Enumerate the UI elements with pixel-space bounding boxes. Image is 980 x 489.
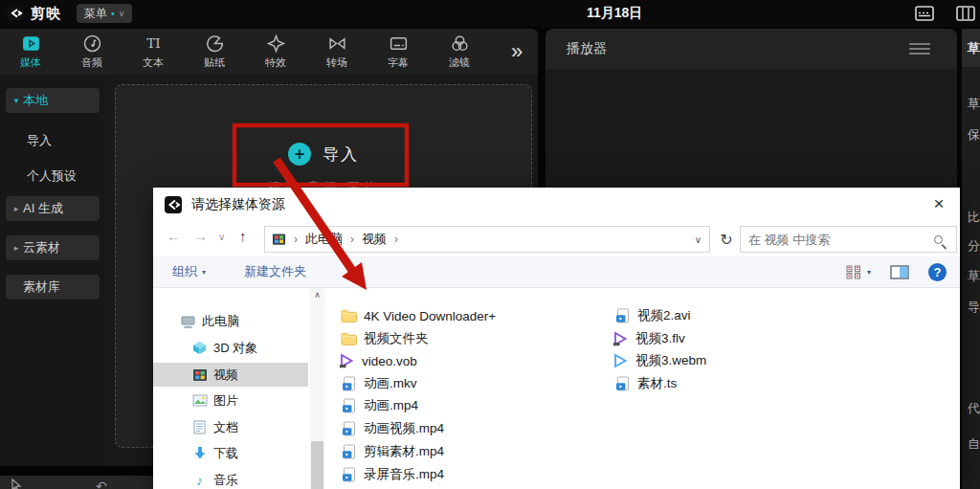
file-name: video.vob (362, 354, 417, 368)
new-folder-button[interactable]: 新建文件夹 (244, 263, 306, 280)
video-play-file-icon (339, 353, 355, 368)
scrollbar-thumb[interactable] (311, 441, 323, 489)
file-item[interactable]: 动画视频.mp4 (341, 418, 444, 439)
refresh-icon[interactable]: ↻ (714, 226, 739, 253)
address-dropdown-icon[interactable]: ∨ (695, 234, 702, 245)
tab-audio[interactable]: 音频 (61, 29, 122, 75)
computer-icon (180, 314, 196, 329)
shortcut-keyboard-icon[interactable] (915, 6, 934, 21)
forward-icon[interactable]: → (193, 228, 208, 244)
media-file-icon (614, 376, 631, 391)
audio-icon (82, 33, 102, 54)
file-item[interactable]: 视频文件夹 (341, 328, 429, 349)
tab-captions[interactable]: 字幕 (368, 29, 429, 75)
text-icon: TI (144, 33, 164, 54)
organize-button[interactable]: 组织 ▾ (172, 263, 206, 280)
breadcrumb-videos[interactable]: 视频 (362, 231, 387, 248)
up-icon[interactable]: ↑ (239, 228, 247, 244)
caret-down-icon: ▾ (867, 268, 871, 277)
select-cursor-icon[interactable] (10, 478, 23, 489)
undo-icon[interactable]: ↶ (96, 478, 107, 489)
sticker-icon (205, 33, 225, 54)
library-sidebar: ▾ 本地 导入 个人预设 ▸ AI 生成 ▸ 云素材 素材库 (0, 75, 105, 466)
file-item[interactable]: 视频3.webm (612, 350, 706, 371)
media-file-icon (341, 421, 357, 436)
tab-effects[interactable]: 特效 (245, 29, 306, 75)
file-item[interactable]: 录屏音乐.mp4 (341, 464, 444, 485)
more-tabs-button[interactable]: » (498, 39, 536, 64)
dialog-titlebar[interactable]: 请选择媒体资源 × (153, 188, 960, 222)
file-name: 视频3.webm (635, 352, 706, 369)
preview-pane-icon[interactable] (890, 265, 909, 279)
help-icon[interactable]: ? (928, 263, 947, 281)
tree-item-label: 文档 (213, 419, 238, 436)
file-item[interactable]: 动画.mkv (341, 373, 417, 394)
dialog-command-bar: 组织 ▾ 新建文件夹 ▾ (153, 256, 960, 288)
file-name: 视频3.flv (635, 330, 685, 347)
crumb-separator-icon: › (350, 233, 354, 246)
close-icon[interactable]: × (918, 188, 960, 220)
music-note-icon: ♪ (191, 473, 208, 488)
tree-item-videos[interactable]: 视频 (153, 363, 308, 387)
file-item[interactable]: 动画.mp4 (341, 395, 418, 416)
tab-transitions[interactable]: 转场 (306, 29, 368, 75)
tab-label: 文本 (143, 56, 164, 70)
tree-item-documents[interactable]: 文档 (153, 415, 308, 439)
tree-item-this-pc[interactable]: 此电脑 (153, 309, 308, 333)
search-box[interactable] (740, 226, 957, 253)
sidebar-item-label: 个人预设 (27, 167, 77, 185)
back-icon[interactable]: ← (167, 228, 181, 244)
search-icon (934, 235, 943, 244)
sidebar-item-cloud-assets[interactable]: ▸ 云素材 (6, 235, 100, 260)
brand: 剪映 (8, 5, 61, 23)
scroll-up-icon[interactable]: ∧ (310, 290, 324, 300)
view-mode-button[interactable]: ▾ (846, 265, 871, 279)
new-folder-label: 新建文件夹 (244, 263, 306, 280)
video-play-file-icon (612, 353, 629, 368)
menu-button[interactable]: 菜单 • ∨ (77, 4, 132, 23)
app-title: 剪映 (31, 5, 61, 23)
video-play-file-icon (612, 331, 629, 346)
menu-dot-icon: • (111, 9, 115, 19)
tree-item-downloads[interactable]: 下载 (153, 441, 308, 465)
tree-item-pictures[interactable]: 图片 (153, 389, 308, 412)
tree-item-label: 音乐 (213, 472, 238, 489)
history-dropdown-icon[interactable]: ∨ (218, 232, 225, 242)
tree-scrollbar[interactable]: ∧ (310, 288, 324, 489)
folder-tree: 此电脑 3D 对象 视频 (153, 288, 310, 489)
file-item[interactable]: video.vob (339, 350, 417, 371)
tab-label: 特效 (265, 56, 286, 70)
layout-icon[interactable] (956, 6, 975, 21)
current-date: 11月18日 (587, 5, 642, 22)
search-input[interactable] (741, 233, 934, 247)
file-picker-dialog: 请选择媒体资源 × ← → ∨ ↑ › 此电脑 › 视频 › ∨ ↻ (153, 188, 960, 489)
file-item[interactable]: 4K Video Downloader+ (341, 305, 496, 326)
download-arrow-icon (191, 446, 208, 461)
tab-media[interactable]: 媒体 (0, 29, 61, 75)
breadcrumb-this-pc[interactable]: 此电脑 (305, 231, 343, 248)
tree-item-3d-objects[interactable]: 3D 对象 (153, 336, 308, 360)
organize-label: 组织 (172, 263, 197, 280)
sidebar-item-ai-generate[interactable]: ▸ AI 生成 (6, 196, 100, 221)
tree-item-music[interactable]: ♪ 音乐 (153, 468, 308, 489)
sidebar-item-import[interactable]: 导入 (6, 128, 100, 153)
tab-text[interactable]: TI 文本 (122, 29, 184, 75)
file-item[interactable]: 视频2.avi (614, 305, 691, 326)
clipped-label: 草 (968, 268, 980, 285)
tree-item-label: 下载 (213, 445, 238, 462)
tab-sticker[interactable]: 贴纸 (184, 29, 245, 75)
player-menu-icon[interactable] (909, 43, 930, 55)
tab-filters[interactable]: 滤镜 (429, 29, 490, 75)
file-item[interactable]: 视频3.flv (612, 328, 685, 349)
file-name: 动画.mp4 (364, 397, 418, 414)
breadcrumb[interactable]: › 此电脑 › 视频 › ∨ (264, 226, 710, 253)
file-name: 视频文件夹 (364, 330, 429, 347)
file-item[interactable]: 素材.ts (614, 373, 677, 394)
sidebar-item-asset-library[interactable]: 素材库 (6, 275, 100, 300)
file-item[interactable]: 剪辑素材.mp4 (341, 441, 444, 462)
dialog-body: 此电脑 3D 对象 视频 (153, 288, 960, 489)
tree-item-label: 图片 (213, 392, 238, 410)
app-root: 剪映 菜单 • ∨ 11月18日 媒体 (0, 0, 980, 489)
sidebar-item-local[interactable]: ▾ 本地 (6, 88, 100, 113)
sidebar-item-presets[interactable]: 个人预设 (6, 164, 100, 189)
